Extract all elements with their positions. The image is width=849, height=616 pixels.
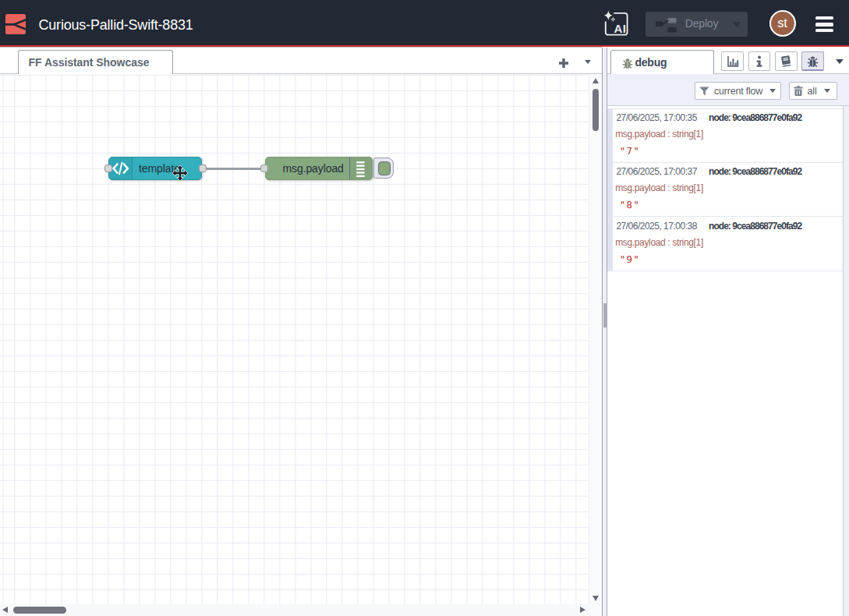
sidebar: debug xyxy=(607,48,849,616)
clear-button-label: all xyxy=(807,86,816,97)
message-node-id: node: 9cea886877e0fa92 xyxy=(709,166,801,177)
sidebar-splitter[interactable] xyxy=(602,48,608,616)
workspace-tab[interactable]: FF Assistant Showcase xyxy=(18,50,173,74)
scroll-up-arrow-icon[interactable] xyxy=(593,78,599,83)
message-topic: msg.payload : string[1] xyxy=(615,236,703,250)
sidebar-tab-help[interactable] xyxy=(775,51,798,72)
message-timestamp: 27/06/2025, 17:00:37 xyxy=(616,166,696,177)
node-debug[interactable]: msg.payload xyxy=(265,157,373,180)
sidebar-tab-info[interactable] xyxy=(748,51,771,72)
template-output-port[interactable] xyxy=(199,165,207,172)
book-icon xyxy=(779,55,793,69)
message-node-id: node: 9cea886877e0fa92 xyxy=(709,221,801,232)
debug-message[interactable]: 27/06/2025, 17:00:37node: 9cea886877e0fa… xyxy=(607,163,842,218)
info-icon xyxy=(752,55,766,69)
debug-toggle-state xyxy=(378,161,391,175)
code-icon xyxy=(109,158,132,179)
flowfuse-logo-icon[interactable] xyxy=(5,14,26,34)
clear-caret-icon xyxy=(824,89,830,93)
debug-input-port[interactable] xyxy=(260,165,268,172)
template-node-iconbox xyxy=(109,158,133,179)
filter-funnel-icon xyxy=(699,87,709,96)
hamburger-icon-bar xyxy=(815,29,833,32)
debug-message-pane[interactable]: 27/06/2025, 17:00:35node: 9cea886877e0fa… xyxy=(607,106,849,616)
message-meta-row: 27/06/2025, 17:00:37node: 9cea886877e0fa… xyxy=(616,165,801,179)
sidebar-menu-caret-icon[interactable] xyxy=(836,59,844,64)
scroll-right-arrow-icon[interactable] xyxy=(580,607,585,613)
deploy-button-label: Deploy xyxy=(685,12,718,36)
debug-message[interactable]: 27/06/2025, 17:00:38node: 9cea886877e0fa… xyxy=(607,217,842,271)
scrollbar-corner xyxy=(589,604,602,616)
message-meta-row: 27/06/2025, 17:00:35node: 9cea886877e0fa… xyxy=(616,112,801,125)
wire[interactable] xyxy=(206,168,261,170)
message-value: "8" xyxy=(620,197,640,212)
sidebar-tab-dashboard[interactable] xyxy=(721,51,744,72)
message-value: "9" xyxy=(620,252,640,267)
sidebar-tab-debug-button[interactable] xyxy=(801,51,824,72)
bug-icon xyxy=(621,57,634,69)
debug-clear-button[interactable]: all xyxy=(789,82,837,100)
message-node-id: node: 9cea886877e0fa92 xyxy=(709,112,801,123)
debug-message[interactable]: 27/06/2025, 17:00:35node: 9cea886877e0fa… xyxy=(607,108,842,163)
header-bar: Curious-Pallid-Swift-8831 AI Deploy st xyxy=(0,0,849,45)
hamburger-icon xyxy=(815,16,833,19)
deploy-nodes-icon xyxy=(656,18,677,33)
debug-lines-icon xyxy=(350,158,371,179)
filter-button-label: current flow xyxy=(714,86,762,97)
sidebar-tab-debug[interactable]: debug xyxy=(610,50,713,74)
message-timestamp: 27/06/2025, 17:00:35 xyxy=(616,112,696,123)
debug-node-iconbox xyxy=(349,158,372,179)
flow-list-caret-icon[interactable] xyxy=(585,60,591,64)
user-avatar[interactable]: st xyxy=(769,10,796,37)
add-flow-button[interactable] xyxy=(559,57,568,66)
vertical-scroll-thumb[interactable] xyxy=(593,89,599,131)
node-label: msg.payload xyxy=(283,158,344,179)
splitter-scroll-thumb[interactable] xyxy=(603,303,607,327)
scroll-left-arrow-icon[interactable] xyxy=(2,607,8,613)
hamburger-icon-bar xyxy=(815,23,833,26)
ai-assistant-icon[interactable]: AI xyxy=(603,9,631,37)
canvas-vertical-scrollbar[interactable] xyxy=(589,74,602,604)
debug-toggle-button[interactable] xyxy=(373,158,394,179)
plus-icon xyxy=(559,58,568,68)
node-template[interactable]: template xyxy=(108,157,202,180)
template-input-port[interactable] xyxy=(104,165,112,172)
trash-icon xyxy=(794,86,803,96)
debug-message-list: 27/06/2025, 17:00:35node: 9cea886877e0fa… xyxy=(607,108,842,272)
sidebar-scrollbar-track[interactable] xyxy=(843,106,849,616)
message-topic: msg.payload : string[1] xyxy=(615,182,703,195)
sidebar-tab-label: debug xyxy=(635,51,667,74)
message-timestamp: 27/06/2025, 17:00:38 xyxy=(616,221,696,232)
deploy-button[interactable]: Deploy xyxy=(646,12,748,36)
horizontal-scroll-thumb[interactable] xyxy=(13,607,66,614)
message-value: "7" xyxy=(620,143,640,158)
bar-chart-icon xyxy=(726,55,740,69)
svg-text:AI: AI xyxy=(614,22,627,35)
bug-icon xyxy=(806,55,819,68)
flow-canvas[interactable]: template msg.payload xyxy=(0,74,602,616)
debug-filter-button[interactable]: current flow xyxy=(695,82,781,100)
message-topic: msg.payload : string[1] xyxy=(615,128,703,141)
canvas-horizontal-scrollbar[interactable] xyxy=(0,604,589,616)
deploy-options-caret-icon[interactable] xyxy=(733,22,741,27)
instance-title: Curious-Pallid-Swift-8831 xyxy=(39,2,193,48)
move-cursor-icon xyxy=(172,165,188,181)
filter-caret-icon xyxy=(769,89,776,93)
scroll-down-arrow-icon[interactable] xyxy=(593,596,599,601)
message-meta-row: 27/06/2025, 17:00:38node: 9cea886877e0fa… xyxy=(616,220,801,233)
canvas-grid[interactable]: template msg.payload xyxy=(0,74,589,604)
